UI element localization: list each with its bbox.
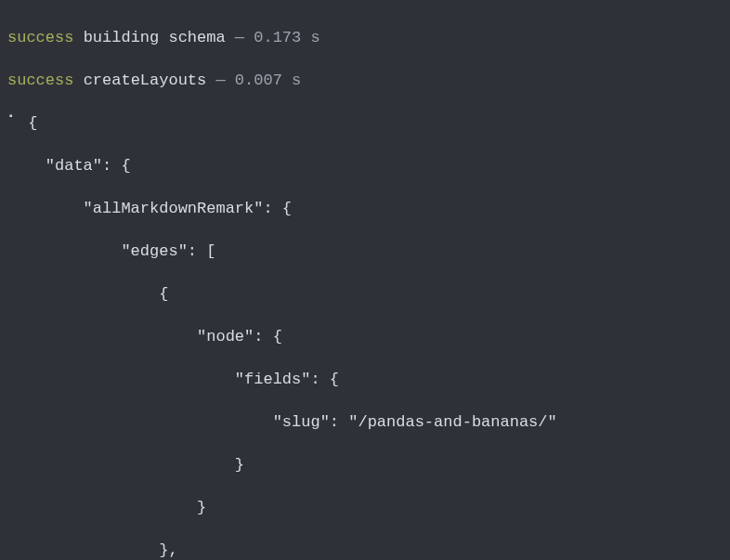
json-line: "fields": { [7,369,723,390]
terminal-output: success source and transform nodes — 0.1… [0,0,730,560]
log-line-partial: success source and transform nodes — 0.1… [7,0,723,6]
step-time: 0.173 s [254,29,319,46]
log-line: success building schema — 0.173 s [7,27,723,48]
json-line: "edges": [ [7,241,723,262]
json-line: "node": { [7,326,723,347]
step-name: building schema [84,29,226,46]
step-name: source and transform nodes [84,0,330,4]
json-line: "allMarkdownRemark": { [7,198,723,219]
step-time: 0.007 s [235,72,301,89]
json-line: ⠁ { [7,112,723,134]
json-line: "data": { [7,155,723,176]
json-line: } [7,454,723,475]
json-line: }, [7,540,723,560]
json-line: { [7,283,723,305]
separator: — [206,72,235,89]
status-label: success [7,0,73,4]
separator: — [330,0,358,4]
spinner-icon: ⠁ { [7,114,37,132]
step-name: createLayouts [84,72,207,89]
json-line: "slug": "/pandas-and-bananas/" [7,411,723,433]
json-line: } [7,497,723,518]
log-line: success createLayouts — 0.007 s [7,70,723,91]
status-label: success [7,29,73,46]
separator: — [226,29,254,46]
status-label: success [7,72,73,89]
step-time: 0.112 s [358,0,424,4]
